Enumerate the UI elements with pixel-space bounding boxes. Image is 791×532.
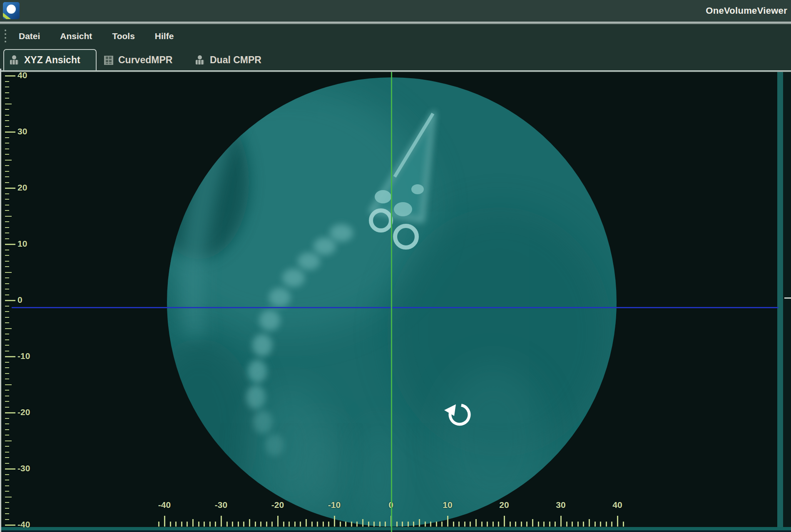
crosshair-horizontal-line[interactable] bbox=[12, 307, 779, 308]
bottom-panel-divider bbox=[0, 527, 791, 530]
tab-curved-mpr[interactable]: CurvedMPR bbox=[104, 51, 172, 69]
adjacent-panel-edge bbox=[777, 72, 783, 532]
tab-label: XYZ Ansicht bbox=[24, 54, 80, 66]
rotate-cursor-icon bbox=[444, 399, 478, 433]
tab-bar: XYZ Ansicht CurvedMPR Dual CMPR bbox=[0, 48, 791, 70]
bottom-window-edge bbox=[0, 530, 791, 532]
menu-bar: Datei Ansicht Tools Hilfe bbox=[0, 24, 791, 48]
crosshair-vertical-line[interactable] bbox=[391, 72, 392, 532]
adjacent-ruler-tick bbox=[784, 297, 791, 299]
adjacent-panel-gutter bbox=[783, 72, 791, 532]
tab-dual-cmpr[interactable]: Dual CMPR bbox=[195, 51, 261, 69]
menu-grip-handle[interactable] bbox=[5, 30, 6, 42]
tab-label: CurvedMPR bbox=[118, 54, 172, 66]
menu-item-ansicht[interactable]: Ansicht bbox=[56, 29, 96, 43]
menu-item-tools[interactable]: Tools bbox=[108, 29, 138, 43]
menu-item-hilfe[interactable]: Hilfe bbox=[151, 29, 178, 43]
curved-mpr-icon bbox=[104, 56, 113, 65]
one-volume-viewer-window: OneVolumeViewer Datei Ansicht Tools Hilf… bbox=[0, 0, 791, 532]
ct-slice-image bbox=[0, 72, 791, 532]
dual-cmpr-icon bbox=[195, 55, 205, 65]
app-logo-lens-icon bbox=[7, 5, 16, 14]
axial-slice-viewport[interactable]: 403020100-10-20-30-40 -40-30-20-10010203… bbox=[0, 72, 791, 532]
app-logo bbox=[3, 2, 20, 19]
menu-item-datei[interactable]: Datei bbox=[15, 29, 44, 43]
xyz-view-icon bbox=[9, 55, 19, 65]
window-title: OneVolumeViewer bbox=[706, 0, 787, 22]
title-bar: OneVolumeViewer bbox=[0, 0, 791, 22]
tab-xyz-ansicht[interactable]: XYZ Ansicht bbox=[3, 49, 97, 70]
tab-label: Dual CMPR bbox=[210, 54, 261, 66]
window-left-border bbox=[0, 69, 1, 532]
